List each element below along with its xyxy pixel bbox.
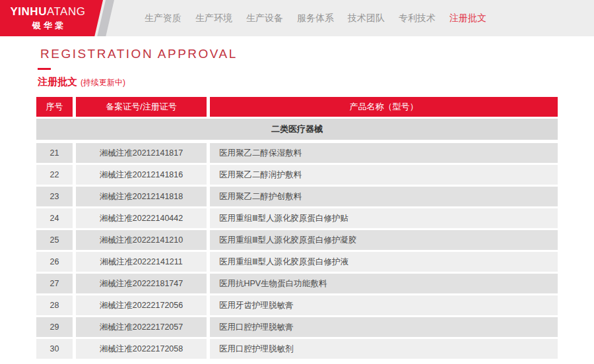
cell-cert: 湘械注准20222181747 (76, 274, 207, 293)
cell-product: 医用重组Ⅲ型人源化胶原蛋白修护贴 (210, 208, 558, 228)
cell-product: 医用牙齿护理脱敏膏 (210, 295, 558, 315)
cell-index: 23 (36, 187, 73, 206)
cell-cert: 湘械注准20222172057 (76, 317, 207, 337)
table-row: 28湘械注准20222172056医用牙齿护理脱敏膏 (36, 295, 558, 315)
nav-item-3[interactable]: 生产设备 (246, 13, 283, 24)
brand-logo[interactable]: YINHUATANG 银华棠 (7, 5, 89, 31)
nav-item-6[interactable]: 专利技术 (399, 13, 436, 24)
table-header-row: 序号 备案证号/注册证号 产品名称（型号） (36, 97, 558, 117)
cell-index: 28 (36, 295, 73, 315)
table-row: 27湘械注准20222181747医用抗HPV生物蛋白功能敷料 (36, 274, 558, 293)
page-title-cn: 注册批文 (38, 76, 77, 87)
cell-index: 29 (36, 317, 73, 337)
cell-product: 医用聚乙二醇保湿敷料 (210, 143, 558, 163)
cell-index: 21 (36, 143, 73, 163)
table-row: 26湘械注准20222141211医用重组Ⅲ型人源化胶原蛋白修护液 (36, 252, 558, 272)
logo-text-bold: YINHU (11, 5, 47, 18)
cell-index: 25 (36, 230, 73, 250)
cell-index: 24 (36, 208, 73, 228)
logo-text-light: ATANG (47, 5, 86, 18)
cell-index: 27 (36, 274, 73, 293)
table-row: 30湘械注准20222172058医用口腔护理脱敏剂 (36, 339, 558, 359)
cell-cert: 湘械注准20222172058 (76, 339, 207, 359)
category-row: 二类医疗器械 (36, 119, 558, 140)
nav-item-5[interactable]: 技术团队 (348, 13, 385, 24)
cell-product: 医用抗HPV生物蛋白功能敷料 (210, 274, 558, 293)
cell-product: 医用聚乙二醇护创敷料 (210, 187, 558, 206)
cell-product: 医用口腔护理脱敏剂 (210, 339, 558, 359)
page-title-en: REGISTRATION APPROVAL (38, 36, 594, 61)
cell-index: 30 (36, 339, 73, 359)
cell-product: 医用口腔护理脱敏膏 (210, 317, 558, 337)
col-header-index: 序号 (36, 97, 73, 117)
cell-index: 22 (36, 165, 73, 185)
cell-product: 医用聚乙二醇润护敷料 (210, 165, 558, 185)
table-row: 24湘械注准20222140442医用重组Ⅲ型人源化胶原蛋白修护贴 (36, 208, 558, 228)
nav-item-2[interactable]: 生产环境 (195, 13, 232, 24)
cell-cert: 湘械注准20222172056 (76, 295, 207, 315)
cell-product: 医用重组Ⅲ型人源化胶原蛋白修护凝胶 (210, 230, 558, 250)
cell-index: 26 (36, 252, 73, 272)
title-underline (38, 68, 51, 70)
col-header-cert: 备案证号/注册证号 (76, 97, 207, 117)
table-row: 21湘械注准20212141817医用聚乙二醇保湿敷料 (36, 143, 558, 163)
cell-cert: 湘械注准20212141818 (76, 187, 207, 206)
table-row: 25湘械注准20222141210医用重组Ⅲ型人源化胶原蛋白修护凝胶 (36, 230, 558, 250)
table-row: 23湘械注准20212141818医用聚乙二醇护创敷料 (36, 187, 558, 206)
cell-product: 医用重组Ⅲ型人源化胶原蛋白修护液 (210, 252, 558, 272)
main-nav: 生产资质生产环境生产设备服务体系技术团队专利技术注册批文 (145, 0, 486, 36)
cell-cert: 湘械注准20222141210 (76, 230, 207, 250)
nav-item-4[interactable]: 服务体系 (297, 13, 334, 24)
col-header-product: 产品名称（型号） (210, 97, 558, 117)
table-body: 21湘械注准20212141817医用聚乙二醇保湿敷料22湘械注准2021214… (36, 143, 558, 359)
nav-item-1[interactable]: 生产资质 (145, 13, 182, 24)
main-content: REGISTRATION APPROVAL 注册批文(持续更新中) 序号 备案证… (0, 36, 594, 359)
site-header: YINHUATANG 银华棠 生产资质生产环境生产设备服务体系技术团队专利技术注… (0, 0, 594, 36)
nav-item-7[interactable]: 注册批文 (449, 13, 486, 24)
cell-cert: 湘械注准20212141817 (76, 143, 207, 163)
table-row: 29湘械注准20222172057医用口腔护理脱敏膏 (36, 317, 558, 337)
page-title-note: (持续更新中) (81, 78, 125, 87)
page-root: YINHUATANG 银华棠 生产资质生产环境生产设备服务体系技术团队专利技术注… (0, 0, 594, 359)
approval-table: 序号 备案证号/注册证号 产品名称（型号） 二类医疗器械 21湘械注准20212… (36, 97, 558, 359)
cell-cert: 湘械注准20222140442 (76, 208, 207, 228)
logo-text-chinese: 银华棠 (7, 20, 89, 31)
page-subtitle: 注册批文(持续更新中) (38, 76, 594, 88)
logo-wordmark: YINHUATANG (7, 5, 89, 18)
cell-cert: 湘械注准20222141211 (76, 252, 207, 272)
table-row: 22湘械注准20212141816医用聚乙二醇润护敷料 (36, 165, 558, 185)
cell-cert: 湘械注准20212141816 (76, 165, 207, 185)
